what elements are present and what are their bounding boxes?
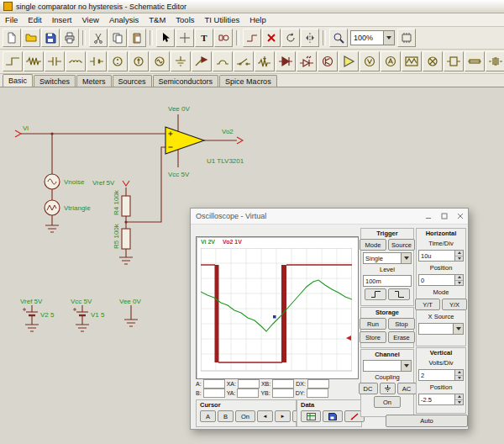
copy-button[interactable] — [108, 29, 127, 47]
minimize-button[interactable] — [420, 209, 436, 224]
stop-button[interactable]: Stop — [388, 318, 415, 330]
label-vtriangle[interactable]: Vtriangle — [64, 204, 91, 212]
opamp-button[interactable] — [339, 51, 359, 71]
label-r4[interactable]: R4 100k — [113, 189, 120, 215]
v-position-spinner[interactable] — [454, 394, 463, 404]
yt-mode-button[interactable]: Y/T — [415, 299, 440, 310]
fuse-button[interactable] — [465, 51, 485, 71]
voltage-source-button[interactable] — [108, 51, 128, 71]
xsource-select-arrow[interactable] — [453, 324, 463, 334]
voltmeter-button[interactable] — [360, 51, 380, 71]
potentiometer-button[interactable] — [255, 51, 275, 71]
voltsdiv-input[interactable]: 2 — [418, 369, 464, 381]
coupling-gnd-button[interactable] — [380, 383, 396, 394]
voltage-pin-button[interactable] — [192, 51, 212, 71]
battery-button[interactable] — [87, 51, 107, 71]
coupling-dc-button[interactable]: DC — [359, 383, 378, 394]
label-vee-pin[interactable]: Vee 0V — [168, 105, 190, 113]
text-tool-button[interactable]: T — [195, 29, 213, 47]
wire-mode-button[interactable] — [243, 29, 261, 47]
resistor-r4[interactable] — [122, 196, 130, 216]
vnoise-source[interactable] — [45, 174, 60, 189]
mirror-button[interactable] — [301, 29, 319, 47]
select-tool-button[interactable] — [156, 29, 175, 47]
delete-button[interactable] — [262, 29, 281, 47]
channel-select[interactable] — [363, 360, 412, 372]
label-r5[interactable]: R5 100k — [113, 223, 120, 249]
schematic-canvas[interactable]: Vi Vnoise Vtriangle Vref 5V R4 100k R5 1… — [0, 87, 504, 444]
label-vee-src[interactable]: Vee 0V — [119, 298, 141, 305]
trigger-mode-arrow[interactable] — [401, 253, 411, 263]
store-button[interactable]: Store — [360, 331, 386, 343]
label-vo2[interactable]: Vo2 — [222, 128, 234, 135]
trigger-mode-select[interactable]: Single — [363, 252, 412, 264]
print-button[interactable] — [60, 29, 79, 47]
trigger-source-button[interactable]: Source — [388, 239, 415, 251]
auto-button[interactable]: Auto — [386, 415, 468, 427]
ammeter-button[interactable] — [381, 51, 401, 71]
jumper-button[interactable] — [213, 51, 233, 71]
save-curve-button[interactable] — [323, 410, 343, 422]
menu-ti-utilities[interactable]: TI Utilities — [200, 15, 245, 24]
tab-sources[interactable]: Sources — [113, 75, 152, 87]
input-port-vi[interactable] — [15, 130, 21, 137]
timediv-input[interactable]: 10u — [418, 250, 464, 262]
tab-switches[interactable]: Switches — [34, 75, 76, 87]
tab-meters[interactable]: Meters — [76, 75, 112, 87]
h-position-spinner[interactable] — [454, 275, 463, 285]
erase-button[interactable]: Erase — [388, 331, 415, 343]
tab-semiconductors[interactable]: Semiconductors — [153, 75, 219, 87]
oscilloscope-button[interactable] — [402, 51, 422, 71]
menu-insert[interactable]: Insert — [47, 15, 77, 24]
timediv-spinner[interactable] — [454, 251, 463, 261]
menu-file[interactable]: File — [0, 15, 23, 24]
cursor-left-button[interactable]: ◄ — [257, 410, 273, 422]
menu-edit[interactable]: Edit — [23, 15, 46, 24]
output-port-vo2[interactable] — [237, 137, 243, 144]
cursor-right-button[interactable]: ► — [275, 410, 291, 422]
opamp-u1[interactable] — [165, 127, 204, 154]
tab-basic[interactable]: Basic — [3, 74, 33, 87]
oscilloscope-window[interactable]: Oscilloscope - Virtual Vi 2V Vo2 1V — [190, 208, 469, 430]
falling-edge-button[interactable] — [388, 288, 410, 300]
rising-edge-button[interactable] — [365, 288, 386, 300]
label-v2[interactable]: V2 5 — [40, 311, 55, 319]
label-v1[interactable]: V1 5 — [91, 311, 105, 319]
trigger-level-input[interactable]: 100m — [363, 275, 412, 287]
menu-tm[interactable]: T&M — [144, 15, 171, 24]
maximize-button[interactable] — [436, 209, 452, 224]
v-position-input[interactable]: -2.5 — [418, 394, 464, 405]
label-u1[interactable]: U1 TLV3201 — [207, 157, 244, 165]
vtriangle-source[interactable] — [45, 200, 60, 215]
tab-spice-macros[interactable]: Spice Macros — [219, 75, 277, 87]
menu-help[interactable]: Help — [244, 15, 271, 24]
cursor-b-button[interactable]: B — [218, 410, 234, 422]
cursor-marker[interactable] — [273, 315, 276, 319]
lamp-button[interactable] — [423, 51, 443, 71]
switch-button[interactable] — [234, 51, 254, 71]
xsource-select[interactable] — [418, 323, 464, 335]
current-source-button[interactable] — [129, 51, 149, 71]
cursor-on-button[interactable]: On — [235, 410, 255, 422]
coupling-ac-button[interactable]: AC — [397, 383, 417, 394]
zoom-dropdown-arrow[interactable] — [383, 31, 394, 45]
zoom-button[interactable] — [329, 29, 348, 47]
shapes-tool-button[interactable] — [214, 29, 233, 47]
run-button[interactable]: Run — [360, 318, 386, 330]
oscilloscope-title-bar[interactable]: Oscilloscope - Virtual — [191, 209, 468, 225]
label-vnoise[interactable]: Vnoise — [64, 178, 85, 186]
label-vcc-pin[interactable]: Vcc 5V — [168, 171, 190, 178]
generator-button[interactable] — [150, 51, 170, 71]
resistor-button[interactable] — [24, 51, 44, 71]
label-vi[interactable]: Vi — [23, 124, 29, 132]
battery-v2[interactable] — [23, 308, 38, 315]
cursor-a-button[interactable]: A — [200, 410, 216, 422]
crosshair-tool-button[interactable] — [176, 29, 194, 47]
crystal-button[interactable] — [486, 51, 504, 71]
save-button[interactable] — [41, 29, 60, 47]
export-data-button[interactable] — [301, 410, 321, 422]
channel-on-button[interactable]: On — [374, 396, 401, 408]
open-file-button[interactable] — [22, 29, 40, 47]
led-button[interactable] — [297, 51, 317, 71]
battery-v1[interactable] — [73, 308, 88, 315]
